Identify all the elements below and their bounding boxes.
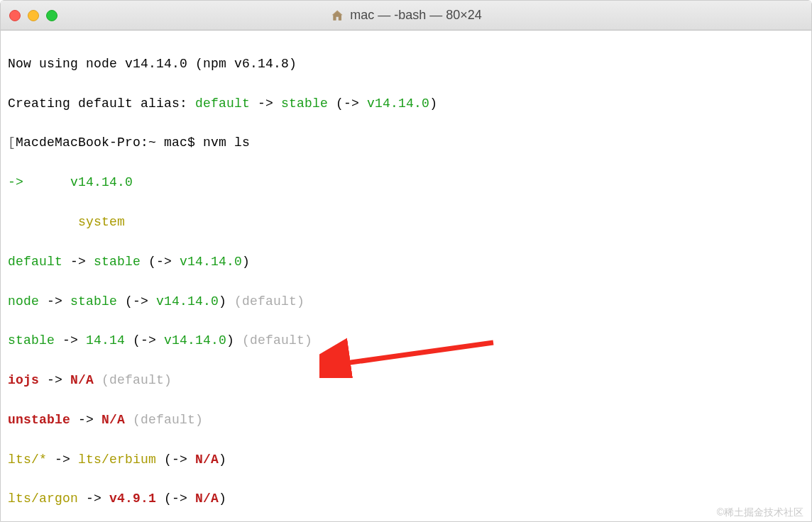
output-line: Now using node v14.14.0 (npm v6.14.8) xyxy=(8,55,804,74)
titlebar[interactable]: mac — -bash — 80×24 xyxy=(1,1,811,30)
window-title-text: mac — -bash — 80×24 xyxy=(350,8,482,23)
output-line: lts/argon -> v4.9.1 (-> N/A) xyxy=(8,489,804,509)
output-line: -> v14.14.0 xyxy=(8,173,804,193)
home-icon xyxy=(330,9,344,23)
traffic-lights xyxy=(9,10,57,21)
prompt-line: [MacdeMacBook-Pro:~ mac$ nvm ls xyxy=(8,133,804,153)
output-line: unstable -> N/A (default) xyxy=(8,411,804,431)
output-line: system xyxy=(8,213,804,233)
output-line: default -> stable (-> v14.14.0) xyxy=(8,252,804,272)
terminal-window: mac — -bash — 80×24 Now using node v14.1… xyxy=(0,0,812,522)
output-line: stable -> 14.14 (-> v14.14.0) (default) xyxy=(8,331,804,351)
close-button[interactable] xyxy=(9,10,21,21)
terminal-body[interactable]: Now using node v14.14.0 (npm v6.14.8) Cr… xyxy=(1,30,811,521)
window-title: mac — -bash — 80×24 xyxy=(330,8,482,23)
zoom-button[interactable] xyxy=(46,10,57,21)
minimize-button[interactable] xyxy=(28,10,39,21)
output-line: node -> stable (-> v14.14.0) (default) xyxy=(8,292,804,312)
output-line: lts/* -> lts/erbium (-> N/A) xyxy=(8,450,804,470)
output-line: iojs -> N/A (default) xyxy=(8,371,804,391)
watermark: ©稀土掘金技术社区 xyxy=(717,506,803,519)
output-line: Creating default alias: default -> stabl… xyxy=(8,94,804,114)
